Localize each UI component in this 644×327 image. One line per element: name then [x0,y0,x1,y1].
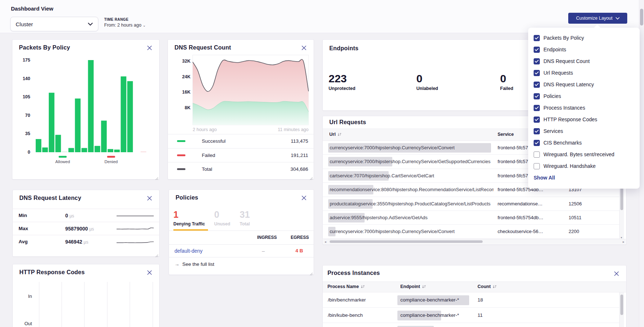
latency-unit: µs [89,226,94,232]
latency-value: 946942 µs [65,239,89,245]
url-cell: recommendationservice:8080/hipstershop.R… [330,187,494,192]
checked-checkbox[interactable] [534,128,540,134]
scroll-left-arrow-icon[interactable]: ◂ [323,240,328,244]
menu-item-dns-request-count[interactable]: DNS Request Count [534,55,640,67]
endpoint-stat-unlabeled: 0Unlabeled [416,73,438,91]
url-horizontal-scrollbar[interactable]: ◂ ▸ [323,239,626,244]
service-cell: checkoutservice-56… [498,229,543,234]
resize-handle-icon[interactable] [310,271,313,274]
close-icon[interactable] [301,45,307,51]
check-icon [535,48,539,51]
latency-unit: µs [84,240,89,245]
widget-title: HTTP Response Codes [19,269,85,276]
grid-line [153,282,153,327]
resize-handle-icon[interactable] [155,175,158,178]
scroll-right-arrow-icon[interactable]: ▸ [621,240,626,244]
column-header-service[interactable]: Service [498,132,514,137]
sort-icon[interactable] [492,285,497,289]
url-table-row[interactable]: adservice:9555/hipstershop.AdService/Get… [323,211,621,225]
latency-row-max: Max95879000 µs [13,222,159,235]
widget-title: Endpoints [329,45,358,52]
widget-http-response-codes: HTTP Response Codes InOut [12,264,160,327]
checked-checkbox[interactable] [534,105,540,111]
checked-checkbox[interactable] [534,70,540,76]
widget-dns-request-latency: DNS Request Latency Min0 µsMax95879000 µ… [12,190,160,257]
page-scrollbar[interactable] [639,0,644,327]
policies-tab-total[interactable]: 31Total [240,210,250,226]
menu-item-policies[interactable]: Policies [534,90,640,102]
legend-label: Failed [202,153,215,158]
process-vertical-scrollbar[interactable] [619,292,624,327]
widget-title: Policies [176,194,198,201]
resize-handle-icon[interactable] [310,175,313,178]
legend-swatch [177,168,185,170]
menu-item-process-instances[interactable]: Process Instances [534,102,640,114]
process-table-row[interactable]: benchmarkercompliance-benchmarker-*9 [323,323,621,327]
menu-item-wireguard-handshake[interactable]: Wireguard. Handshake [534,160,640,172]
scrollbar-thumb[interactable] [330,240,483,243]
resize-glyph [310,272,313,276]
checked-checkbox[interactable] [534,35,540,41]
resize-handle-icon[interactable] [155,252,158,256]
menu-item-cis-benchmarks[interactable]: CIS Benchmarks [534,137,640,149]
process-table-body: /bin/benchmarkercompliance-benchmarker-*… [323,292,621,327]
checked-checkbox[interactable] [534,47,540,53]
url-table-row[interactable]: currencyservice:7000/hipstershop.Currenc… [323,225,621,239]
menu-item-wireguard-bytes-sent-received[interactable]: Wireguard. Bytes sent/received [534,149,640,160]
sort-icon[interactable] [361,285,365,289]
legend-row-failed: Failed191,211 [168,148,314,162]
widget-policies: Policies 1Denying Traffic0Unused31Total … [169,189,314,275]
close-icon[interactable] [301,195,307,201]
checked-checkbox[interactable] [534,82,540,88]
menu-item-dns-request-latency[interactable]: DNS Request Latency [534,79,640,90]
menu-item-url-requests[interactable]: Url Requests [534,67,640,79]
column-header-process-name[interactable]: Process Name [327,284,365,289]
checked-checkbox[interactable] [534,93,540,99]
checked-checkbox[interactable] [534,140,540,146]
legend-label: Total [202,166,212,172]
checked-checkbox[interactable] [534,117,540,123]
policies-tab-denying-traffic[interactable]: 1Denying Traffic [173,210,205,226]
sort-icon[interactable] [422,285,426,289]
column-header-count[interactable]: Count [478,284,497,289]
column-header-url[interactable]: Url [329,132,342,137]
unchecked-checkbox[interactable] [534,163,540,169]
policy-link-default-deny[interactable]: default-deny [174,248,203,254]
chevron-down-icon: ⌄ [143,23,146,27]
ingress-value: – [262,248,265,254]
menu-item-label: Wireguard. Bytes sent/received [543,151,614,157]
show-all-link[interactable]: Show All [534,175,555,181]
widget-process-instances: Process Instances Process NameEndpointCo… [322,265,627,327]
see-full-list-link[interactable]: →See the full list [174,261,214,267]
page-scrollbar-thumb[interactable] [640,9,643,25]
widget-packets-by-policy: Packets By Policy 03570105140175AllowedD… [12,39,160,180]
time-range-from[interactable]: From: 2 hours ago ⌄ [104,23,146,28]
widget-title: DNS Request Count [174,44,231,51]
close-icon[interactable] [614,271,620,277]
process-table-row[interactable]: /bin/kube-benchcompliance-benchmarker-*1… [323,308,621,323]
scrollbar-thumb[interactable] [620,295,623,315]
close-icon[interactable] [147,45,153,51]
close-icon[interactable] [147,196,153,202]
policies-tab-unused[interactable]: 0Unused [214,210,230,226]
menu-item-label: DNS Request Count [543,58,590,64]
process-table-row[interactable]: /bin/benchmarkercompliance-benchmarker-*… [323,292,621,308]
column-header-endpoint[interactable]: Endpoint [400,284,426,289]
view-selector[interactable]: Cluster [10,17,98,31]
latency-label: Max [19,226,28,231]
url-table-row[interactable]: productcatalogservice:3550/hipstershop.P… [323,197,621,211]
menu-item-http-response-codes[interactable]: HTTP Response Codes [534,114,640,125]
sort-icon[interactable] [337,133,342,137]
checked-checkbox[interactable] [534,58,540,64]
menu-item-packets-by-policy[interactable]: Packets By Policy [534,32,640,44]
check-icon [535,130,539,133]
unchecked-checkbox[interactable] [534,151,540,158]
svg-text:35: 35 [25,131,30,136]
close-icon[interactable] [147,270,153,276]
menu-item-endpoints[interactable]: Endpoints [534,44,640,55]
customize-layout-button[interactable]: Customize Layout [568,13,627,24]
row-label-in: In [28,293,32,299]
stat-label: Unprotected [329,86,356,91]
menu-item-label: Url Requests [543,70,573,76]
menu-item-services[interactable]: Services [534,125,640,137]
